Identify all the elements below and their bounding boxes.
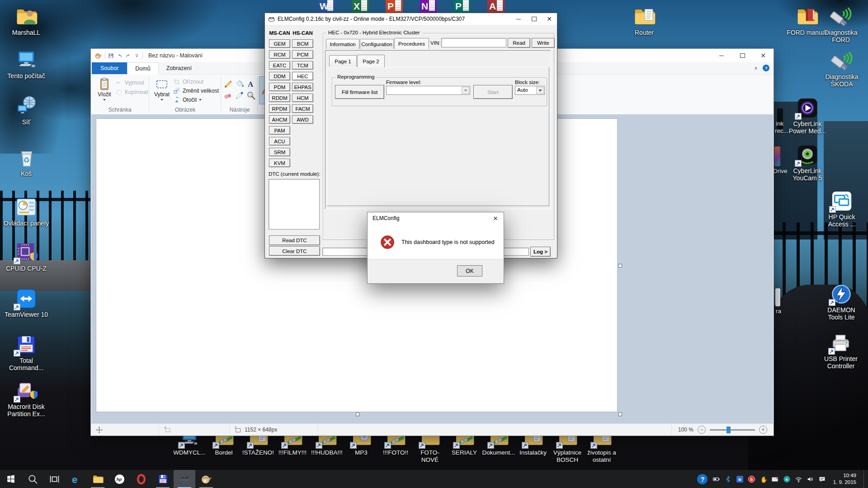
module-button-rpdm[interactable]: RPDM <box>269 104 290 113</box>
desktop-icon-total-commander[interactable]: Total Command... <box>3 333 50 371</box>
tab-zobrazeni[interactable]: Zobrazení <box>159 62 199 74</box>
module-button-rcm[interactable]: RCM <box>269 50 290 59</box>
module-button-hec[interactable]: HEC <box>292 72 313 80</box>
battery-icon[interactable] <box>712 475 720 483</box>
dropdown-button[interactable] <box>536 87 544 94</box>
tab-domu[interactable]: Domů <box>127 62 158 75</box>
zoom-in-button[interactable]: + <box>759 426 767 434</box>
bluetooth-icon[interactable] <box>724 475 732 483</box>
module-button-rddm[interactable]: RDDM <box>269 94 290 102</box>
taskbar-total-commander[interactable] <box>152 470 174 488</box>
taskbar-task-view[interactable] <box>43 470 65 488</box>
volume-icon[interactable] <box>807 475 814 483</box>
desktop-icon-usb-printer-controller[interactable]: USB Printer Controller <box>820 332 862 370</box>
bloody-hand-icon[interactable]: ✋ <box>760 475 767 483</box>
resize-handle-bottom[interactable] <box>356 413 359 416</box>
minimize-button[interactable] <box>511 13 526 25</box>
desktop-icon-daemon-tools-lite[interactable]: DAEMON Tools Lite <box>821 283 862 321</box>
office-tile-4[interactable]: P <box>453 0 471 13</box>
minimize-button[interactable] <box>711 49 732 62</box>
tab-procedures[interactable]: Procedures <box>394 38 429 49</box>
pencil-tool-icon[interactable] <box>223 79 233 89</box>
dtc-listbox[interactable] <box>269 179 320 230</box>
start-button[interactable]: Start <box>473 85 513 99</box>
close-button[interactable]: ✕ <box>753 49 774 62</box>
module-button-kvm[interactable]: KVM <box>269 159 290 167</box>
desktop-icon-control-panel[interactable]: Ovládací panely <box>3 196 50 227</box>
resize-button[interactable]: Změnit velikost <box>173 87 219 94</box>
eraser-tool-icon[interactable] <box>223 90 233 100</box>
clear-dtc-button[interactable]: Clear DTC <box>269 246 320 256</box>
ok-button[interactable]: OK <box>457 265 482 277</box>
module-button-gem[interactable]: GEM <box>269 39 290 48</box>
wifi-icon[interactable] <box>795 475 802 483</box>
office-tile-5[interactable]: A <box>487 0 505 13</box>
color-picker-tool-icon[interactable] <box>235 90 245 100</box>
crop-button[interactable]: Oříznout <box>173 78 203 85</box>
log-button[interactable]: Log > <box>530 247 551 257</box>
save-icon[interactable] <box>108 53 114 59</box>
desktop-icon-teamviewer-10[interactable]: TeamViewer 10 <box>3 287 50 318</box>
module-button-hcm[interactable]: HCM <box>292 94 313 102</box>
close-button[interactable]: ✕ <box>487 212 504 224</box>
paste-button[interactable]: Vložit <box>94 77 114 102</box>
desktop-icon-this-pc[interactable]: Tento počítač <box>3 49 50 80</box>
fill-firmware-list-button[interactable]: Fill firmware list <box>335 85 384 99</box>
module-button-acu[interactable]: ACU <box>269 137 290 145</box>
elmconfig-titlebar[interactable]: ELM ELMConfig 0.2.16c by civil-zz - Onli… <box>265 13 557 25</box>
maximize-button[interactable] <box>526 13 542 25</box>
dropdown-button[interactable] <box>462 87 469 94</box>
select-button[interactable]: Vybrat <box>151 77 172 102</box>
office-tile-3[interactable]: N <box>420 0 437 13</box>
collapse-ribbon-icon[interactable]: ∧ <box>754 65 758 71</box>
desktop-icon-cyberlink-youcam-5[interactable]: CyberLink YouCam 5 <box>787 144 828 182</box>
module-button-bcm[interactable]: BCM <box>292 39 313 48</box>
taskbar-search[interactable] <box>22 470 43 488</box>
taskbar-clock[interactable]: 10:49 1. 9. 2015 <box>833 472 856 486</box>
fill-tool-icon[interactable] <box>235 79 245 89</box>
tab-soubor[interactable]: Soubor <box>92 62 127 74</box>
tab-configuration[interactable]: Configuration <box>360 39 394 49</box>
taskbar-opera[interactable] <box>130 470 152 488</box>
eset-icon[interactable]: e <box>783 475 791 483</box>
module-button-awd[interactable]: AWD <box>292 115 313 124</box>
taskbar-file-explorer[interactable] <box>87 470 108 488</box>
desktop-icon-router[interactable]: Router <box>623 5 665 36</box>
office-tile-2[interactable]: P <box>386 0 403 13</box>
beats-icon[interactable]: b <box>748 475 755 483</box>
desktop-icon-diagnostika-skoda[interactable]: Diagnostika ŠKODA <box>821 50 863 88</box>
taskbar-start[interactable] <box>0 470 22 488</box>
resize-handle-corner[interactable] <box>618 413 622 416</box>
help-icon[interactable]: ? <box>696 473 708 485</box>
module-button-srm[interactable]: SRM <box>269 148 290 156</box>
taskbar-paint[interactable] <box>195 470 217 488</box>
module-button-pdm[interactable]: PDM <box>269 83 290 91</box>
office-tile-1[interactable]: X <box>352 0 369 13</box>
zoom-out-button[interactable]: − <box>698 426 706 434</box>
close-button[interactable]: ✕ <box>542 13 557 25</box>
partial-icon[interactable] <box>775 288 780 306</box>
customize-quick-access-icon[interactable] <box>134 53 140 59</box>
module-button-facm[interactable]: FACM <box>292 104 313 113</box>
office-tile-0[interactable]: W <box>318 0 335 13</box>
show-desktop-button[interactable] <box>863 470 867 488</box>
resize-handle-right[interactable] <box>618 264 622 267</box>
desktop-icon-network[interactable]: Síť <box>3 95 50 126</box>
desktop-icon-recycle-bin[interactable]: ♻Koš <box>3 146 50 177</box>
tab-information[interactable]: Information <box>326 39 359 49</box>
module-button-tcm[interactable]: TCM <box>292 61 313 70</box>
zoom-slider[interactable] <box>710 429 755 431</box>
copy-button[interactable]: Kopírovat <box>115 89 148 96</box>
magnifier-tool-icon[interactable] <box>246 90 256 100</box>
maximize-button[interactable] <box>732 49 753 62</box>
taskbar-hp-support[interactable]: hp <box>108 470 130 488</box>
desktop-icon-cyberlink-power-media[interactable]: CyberLink Power Med... <box>787 97 828 135</box>
tab-page-2[interactable]: Page 2 <box>357 55 385 67</box>
snowflake-icon[interactable]: ❄ <box>736 475 744 483</box>
zoom-slider-thumb[interactable] <box>726 427 731 433</box>
redo-icon[interactable] <box>125 53 131 59</box>
taskbar-edge[interactable]: e <box>65 470 87 488</box>
undo-icon[interactable] <box>117 53 123 59</box>
read-dtc-button[interactable]: Read DTC <box>269 235 320 245</box>
desktop-icon-marshall[interactable]: MarshaLL <box>3 5 50 36</box>
